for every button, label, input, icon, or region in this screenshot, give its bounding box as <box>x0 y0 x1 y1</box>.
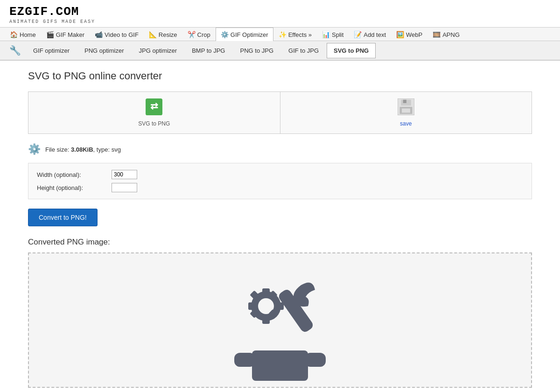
subnav-logo: 🔧 <box>5 41 26 60</box>
resize-icon: 📐 <box>149 31 157 38</box>
nav-webp[interactable]: 🖼️ WebP <box>391 28 427 41</box>
width-row: Width (optional): <box>37 170 523 179</box>
height-label: Height (optional): <box>37 184 112 191</box>
file-size-value: 3.08KiB <box>71 146 93 153</box>
svg-rect-4 <box>403 100 406 103</box>
page-title: SVG to PNG online converter <box>28 70 532 82</box>
logo-sub: ANIMATED GIFS MADE EASY <box>9 19 551 24</box>
svg-rect-19 <box>234 353 255 367</box>
nav-apng[interactable]: 🎞️ APNG <box>427 28 465 41</box>
nav-gif-optimizer-label: GIF Optimizer <box>231 31 268 38</box>
svg-rect-11 <box>248 302 256 310</box>
nav-webp-label: WebP <box>406 31 422 38</box>
save-label: save <box>400 120 412 127</box>
svg-text:⇄: ⇄ <box>150 101 158 111</box>
height-row: Height (optional): <box>37 183 523 192</box>
subnav-gif-to-jpg[interactable]: GIF to JPG <box>281 43 326 58</box>
action-bar: ⇄ SVG to PNG save <box>28 91 532 134</box>
nav-add-text[interactable]: 📝 Add text <box>349 28 391 41</box>
tools-image <box>215 259 345 381</box>
nav-resize-label: Resize <box>159 31 177 38</box>
gif-maker-icon: 🎬 <box>46 31 54 38</box>
home-icon: 🏠 <box>10 31 18 38</box>
nav-effects-label: Effects » <box>288 31 312 38</box>
logo-main: EZGIF.COM <box>9 5 551 19</box>
svg-rect-20 <box>305 353 326 367</box>
nav-crop[interactable]: ✂️ Crop <box>182 28 216 41</box>
subnav-jpg-optimizer[interactable]: JPG optimizer <box>132 43 184 58</box>
apng-icon: 🎞️ <box>433 31 441 38</box>
nav-home-label: Home <box>20 31 36 38</box>
nav-resize[interactable]: 📐 Resize <box>144 28 182 41</box>
webp-icon: 🖼️ <box>396 31 404 38</box>
converted-image-area <box>28 252 532 388</box>
logo[interactable]: EZGIF.COM ANIMATED GIFS MADE EASY <box>9 5 551 24</box>
nav-gif-maker-label: GIF Maker <box>56 31 84 38</box>
nav-effects[interactable]: ✨ Effects » <box>273 28 317 41</box>
crop-icon: ✂️ <box>188 31 196 38</box>
height-input[interactable] <box>112 183 137 192</box>
svg-to-png-icon: ⇄ <box>146 98 162 119</box>
subnav-png-optimizer[interactable]: PNG optimizer <box>77 43 131 58</box>
nav-split-label: Split <box>332 31 343 38</box>
file-icon: ⚙️ <box>28 143 41 155</box>
subnav-gif-optimizer[interactable]: GIF optimizer <box>26 43 77 58</box>
svg-to-png-label: SVG to PNG <box>138 120 170 127</box>
width-label: Width (optional): <box>37 171 112 178</box>
nav-gif-maker[interactable]: 🎬 GIF Maker <box>41 28 90 41</box>
width-input[interactable] <box>112 170 137 179</box>
converted-section-title: Converted PNG image: <box>28 238 532 247</box>
svg-rect-6 <box>402 109 410 113</box>
subnav-svg-to-png[interactable]: SVG to PNG <box>327 43 376 58</box>
options-box: Width (optional): Height (optional): <box>28 163 532 199</box>
svg-rect-9 <box>262 288 270 296</box>
convert-button[interactable]: Convert to PNG! <box>28 209 98 226</box>
nav-gif-optimizer[interactable]: ⚙️ GIF Optimizer <box>216 28 273 41</box>
nav-apng-label: APNG <box>442 31 460 38</box>
nav-home[interactable]: 🏠 Home <box>5 28 41 41</box>
file-size-text: File size: 3.08KiB, type: svg <box>45 146 121 153</box>
video-to-gif-icon: 📹 <box>95 31 103 38</box>
gif-optimizer-icon: ⚙️ <box>221 31 229 38</box>
nav-video-to-gif[interactable]: 📹 Video to GIF <box>90 28 144 41</box>
svg-to-png-button[interactable]: ⇄ SVG to PNG <box>28 92 280 133</box>
nav-crop-label: Crop <box>197 31 210 38</box>
effects-icon: ✨ <box>279 31 287 38</box>
nav-video-to-gif-label: Video to GIF <box>105 31 139 38</box>
subnav-png-to-jpg[interactable]: PNG to JPG <box>233 43 280 58</box>
save-icon <box>398 98 414 119</box>
nav-add-text-label: Add text <box>364 31 386 38</box>
svg-rect-10 <box>262 316 270 324</box>
nav-split[interactable]: 📊 Split <box>317 28 349 41</box>
file-info-area: ⚙️ File size: 3.08KiB, type: svg <box>28 143 532 155</box>
add-text-icon: 📝 <box>354 31 362 38</box>
split-icon: 📊 <box>322 31 330 38</box>
svg-rect-12 <box>276 302 284 310</box>
subnav-bmp-to-jpg[interactable]: BMP to JPG <box>185 43 232 58</box>
svg-rect-18 <box>252 350 308 381</box>
save-button[interactable]: save <box>280 92 532 133</box>
